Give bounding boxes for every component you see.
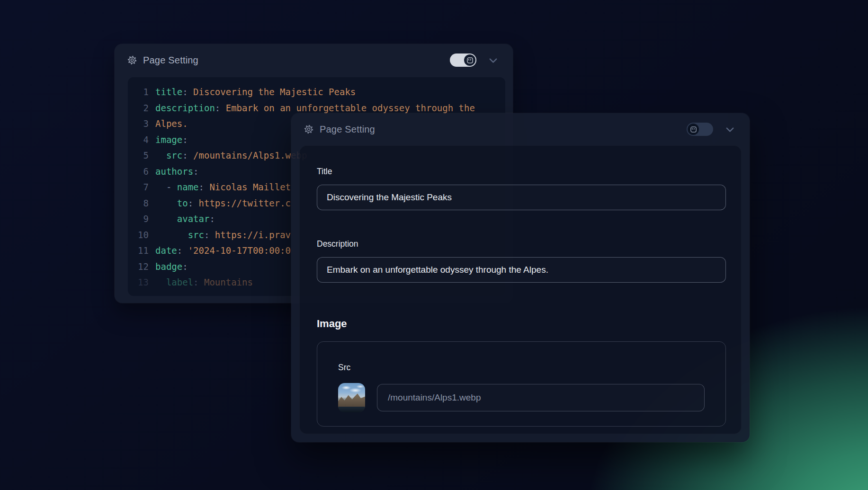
code-square-icon [466, 57, 474, 64]
description-field-label: Description [317, 239, 726, 249]
page-setting-form-panel: Page Setting Title Description [291, 113, 750, 442]
gear-icon [127, 55, 137, 65]
form-content-card: Title Description Image Src [299, 145, 742, 434]
code-line: 1title: Discovering the Majestic Peaks [134, 84, 505, 100]
code-panel-header: Page Setting [115, 44, 513, 76]
gear-icon [304, 124, 314, 134]
panel-title: Page Setting [320, 124, 375, 135]
panel-title: Page Setting [143, 55, 198, 66]
code-toggle-knob [688, 124, 699, 135]
title-field-label: Title [317, 167, 726, 177]
src-field-label: Src [338, 363, 705, 373]
code-view-toggle[interactable] [450, 53, 476, 67]
chevron-down-icon[interactable] [487, 54, 500, 67]
image-group-box: Src [317, 341, 726, 427]
code-square-icon [690, 126, 697, 133]
description-input[interactable] [317, 257, 726, 283]
chevron-down-icon[interactable] [724, 123, 736, 136]
image-src-input[interactable] [377, 384, 705, 411]
image-section-heading: Image [317, 318, 726, 330]
code-toggle-knob [464, 54, 475, 66]
form-panel-header: Page Setting [291, 113, 750, 145]
title-input[interactable] [317, 185, 726, 210]
code-view-toggle[interactable] [687, 123, 713, 136]
image-thumbnail[interactable] [338, 383, 365, 412]
